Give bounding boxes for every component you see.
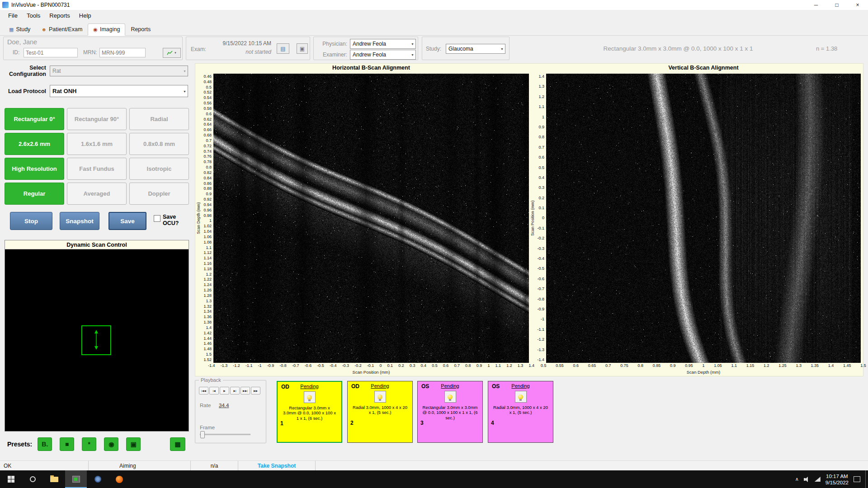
loop-button[interactable]: ▶▶ bbox=[251, 387, 260, 394]
horizontal-bscan-panel: Horizontal B-Scan Alignment Scan Depth (… bbox=[195, 64, 529, 376]
task-view-button[interactable] bbox=[22, 470, 43, 488]
preset-rectangular-button[interactable]: ■ bbox=[60, 437, 74, 451]
patient-id-input[interactable] bbox=[24, 48, 78, 57]
patient-trend-button[interactable]: ▼ bbox=[163, 48, 181, 58]
save-ocu-label: Save OCU? bbox=[163, 214, 185, 227]
tab-imaging[interactable]: ◉Imaging bbox=[88, 23, 125, 36]
tick-label: 0.4 bbox=[421, 364, 427, 368]
vertical-bscan-image[interactable] bbox=[546, 74, 861, 363]
exam-capture-button[interactable]: ▣ bbox=[297, 43, 308, 54]
snapshot-button[interactable]: Snapshot bbox=[60, 212, 99, 230]
tab-study[interactable]: ▦Study bbox=[4, 23, 36, 36]
tick-label: 0.74 bbox=[203, 150, 212, 154]
taskbar-clock[interactable]: 10:17 AM 9/15/2022 bbox=[826, 473, 849, 486]
tick-label: -0.6 bbox=[537, 277, 544, 281]
rate-label: Rate bbox=[200, 403, 211, 408]
tick-label: 1.1 bbox=[538, 105, 544, 109]
frame-slider-thumb[interactable] bbox=[200, 431, 205, 438]
file-explorer-button[interactable] bbox=[43, 470, 65, 488]
study-select[interactable]: Glaucoma ▼ bbox=[446, 44, 505, 54]
step-forward-button[interactable]: ▶| bbox=[230, 387, 240, 394]
notifications-icon[interactable] bbox=[854, 476, 860, 482]
tick-label: -0.2 bbox=[537, 236, 544, 240]
scan-queue-card-4[interactable]: OSPendingRadial 3.0mm, 1000 x 4 x 20 x 1… bbox=[488, 381, 553, 443]
scan-option-regular[interactable]: Regular bbox=[5, 183, 64, 205]
scan-option-0-8x0-8-mm[interactable]: 0.8x0.8 mm bbox=[129, 133, 189, 155]
tab-reports[interactable]: Reports bbox=[125, 23, 156, 36]
stop-button[interactable]: Stop bbox=[10, 212, 52, 230]
tick-label: -1.3 bbox=[537, 348, 544, 352]
network-icon[interactable] bbox=[815, 477, 821, 482]
preset-bscan-button[interactable]: B. bbox=[38, 437, 52, 451]
scan-option-averaged[interactable]: Averaged bbox=[67, 183, 127, 205]
scan-queue-card-2[interactable]: ODPendingRadial 3.0mm, 1000 x 4 x 20 x 1… bbox=[347, 381, 413, 443]
scan-queue-card-3[interactable]: OSPendingRectangular 3.0mm x 3.0mm @ 0.0… bbox=[417, 381, 483, 443]
settings-app-button[interactable] bbox=[87, 470, 108, 488]
preset-radial-button[interactable]: * bbox=[82, 437, 96, 451]
go-last-button[interactable]: ▶▶| bbox=[241, 387, 250, 394]
protocol-select[interactable]: Rat ONH ▼ bbox=[50, 85, 188, 97]
exam-report-button[interactable]: ▤ bbox=[277, 43, 289, 54]
start-button[interactable] bbox=[0, 470, 22, 488]
scan-option-fast-fundus[interactable]: Fast Fundus bbox=[67, 158, 127, 180]
tick-label: 1.45 bbox=[843, 364, 851, 368]
go-first-button[interactable]: |◀◀ bbox=[199, 387, 208, 394]
scan-option-doppler[interactable]: Doppler bbox=[129, 183, 189, 205]
scan-display-area: Horizontal B-Scan Alignment Scan Depth (… bbox=[195, 63, 863, 376]
scan-option-rectangular-0[interactable]: Rectangular 0° bbox=[5, 108, 64, 130]
volume-icon[interactable] bbox=[804, 477, 810, 482]
scan-queue-card-1[interactable]: ODPendingRectangular 3.0mm x 3.0mm @ 0.0… bbox=[277, 381, 342, 443]
tick-label: 0.68 bbox=[203, 133, 212, 137]
minimize-button[interactable]: ─ bbox=[806, 0, 826, 10]
step-back-button[interactable]: |◀ bbox=[209, 387, 219, 394]
scan-option-2-6x2-6-mm[interactable]: 2.6x2.6 mm bbox=[5, 133, 64, 155]
show-desktop-button[interactable] bbox=[865, 470, 868, 488]
close-button[interactable]: × bbox=[847, 0, 868, 10]
scan-option-isotropic[interactable]: Isotropic bbox=[129, 158, 189, 180]
browser-button[interactable] bbox=[108, 470, 130, 488]
tick-label: 0.2 bbox=[538, 196, 544, 200]
save-button[interactable]: Save bbox=[108, 212, 146, 230]
menu-tools[interactable]: Tools bbox=[22, 11, 45, 20]
exam-group: Exam: 9/15/2022 10:15 AM not started ▤ ▣ bbox=[186, 37, 310, 60]
scan-region-reticle[interactable] bbox=[80, 324, 112, 356]
tick-label: 1.52 bbox=[203, 358, 212, 362]
presets-label: Presets: bbox=[7, 441, 32, 448]
frame-slider[interactable] bbox=[200, 434, 250, 435]
horizontal-bscan-image[interactable] bbox=[213, 74, 529, 363]
tick-label: 1.15 bbox=[746, 364, 755, 368]
hscan-x-ticks: -1.4-1.3-1.2-1.1-1-0.9-0.8-0.7-0.6-0.5-0… bbox=[208, 364, 534, 368]
physician-select[interactable]: Andrew Feola ▼ bbox=[350, 39, 416, 49]
configuration-select[interactable]: Rat ▼ bbox=[50, 66, 188, 76]
examiner-select[interactable]: Andrew Feola ▼ bbox=[350, 50, 416, 60]
menu-file[interactable]: File bbox=[4, 11, 22, 20]
scan-option-high-resolution[interactable]: High Resolution bbox=[5, 158, 64, 180]
menu-reports[interactable]: Reports bbox=[45, 11, 75, 20]
scan-option-1-6x1-6-mm[interactable]: 1.6x1.6 mm bbox=[67, 133, 127, 155]
status-n-a: n/a bbox=[191, 461, 238, 470]
imaging-app-button[interactable] bbox=[65, 470, 87, 488]
tick-label: 0.8 bbox=[206, 165, 212, 169]
preset-volume-button[interactable]: ▣ bbox=[126, 437, 141, 451]
preset-annular-button[interactable]: ◉ bbox=[104, 437, 118, 451]
play-button[interactable]: ▶ bbox=[220, 387, 229, 394]
scan-option-rectangular-90[interactable]: Rectangular 90° bbox=[67, 108, 127, 130]
preset-mixed-button[interactable]: ▦ bbox=[170, 437, 185, 451]
tick-label: -0.1 bbox=[367, 364, 374, 368]
tab-patient-exam[interactable]: ☻Patient/Exam bbox=[36, 23, 88, 36]
menu-help[interactable]: Help bbox=[75, 11, 96, 20]
tray-expand-icon[interactable]: ∧ bbox=[795, 476, 799, 482]
save-ocu-checkbox[interactable] bbox=[154, 215, 160, 222]
patient-mrn-input[interactable] bbox=[99, 48, 146, 57]
dynamic-scan-view[interactable] bbox=[5, 249, 189, 431]
rate-value[interactable]: 34.4 bbox=[219, 403, 229, 408]
window-controls: ─□× bbox=[806, 0, 868, 10]
tick-label: -1.2 bbox=[537, 338, 544, 342]
scan-option-radial[interactable]: Radial bbox=[129, 108, 189, 130]
maximize-button[interactable]: □ bbox=[826, 0, 847, 10]
playback-panel: Playback |◀◀|◀▶▶|▶▶|▶▶ Rate 34.4 Frame bbox=[195, 380, 266, 443]
tick-label: 0.88 bbox=[203, 187, 212, 191]
tick-label: 1 bbox=[209, 219, 212, 223]
bulb-icon bbox=[518, 394, 523, 399]
vertical-bscan-title: Vertical B-Scan Alignment bbox=[546, 65, 861, 72]
